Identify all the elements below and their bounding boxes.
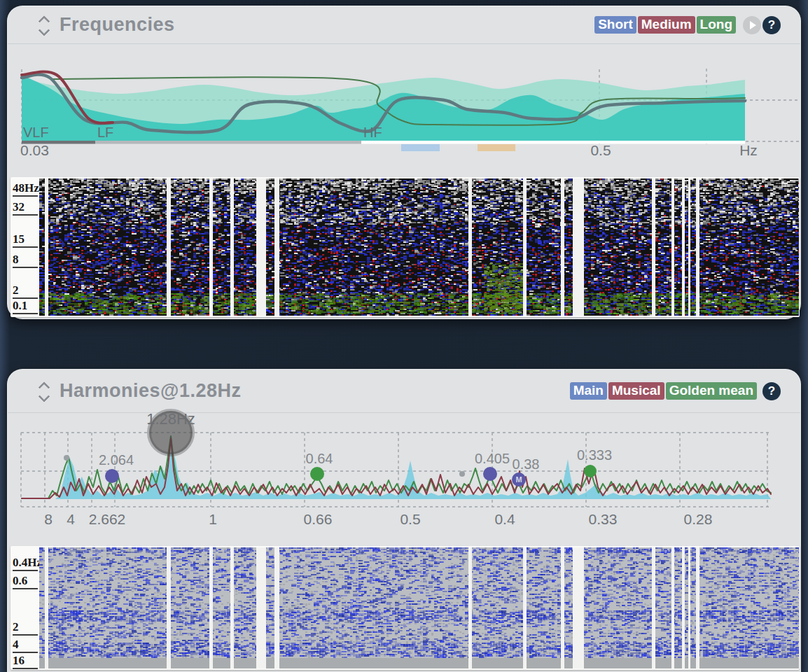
band-label: HF [363, 125, 382, 140]
play-icon [750, 21, 756, 29]
frequencies-header: Frequencies Short Medium Long ? [8, 6, 800, 44]
series-musical [22, 438, 771, 498]
x-tick-label: 0.33 [589, 511, 618, 527]
frequencies-panel: Frequencies Short Medium Long ? VLFLFHF0… [7, 6, 801, 319]
chevron-down-icon [39, 391, 50, 402]
x-tick-label: 2.662 [89, 511, 126, 527]
legend-badge-long[interactable]: Long [697, 16, 736, 34]
timeline-segment [361, 141, 745, 144]
spectro-axis-label: 2 [13, 620, 38, 636]
x-tick-label: 0.66 [304, 511, 333, 527]
frequencies-spectrogram: 48Hz 32 15 8 2 0.1 [11, 177, 800, 317]
peak-marker[interactable] [584, 465, 597, 477]
spectro-axis-label: 2 [13, 284, 38, 299]
x-tick-label: 0.28 [684, 511, 713, 527]
legend: Short Medium Long ? [593, 16, 781, 34]
frequencies-chart: VLFLFHF0.030.5Hz [8, 67, 802, 165]
x-tick-label: 0.4 [494, 511, 515, 527]
minor-peak-dot [64, 455, 69, 461]
peak-marker[interactable] [310, 467, 324, 481]
harmonies-spectrogram: 0.4Hz 0.6 2 4 16 [11, 546, 800, 670]
spectro-axis-label: 16 [13, 654, 38, 669]
peak-marker-letter: M [515, 475, 522, 484]
panel-title: Frequencies [60, 14, 175, 36]
peak-marker[interactable] [105, 469, 119, 483]
peak-label: 1.28Hz [146, 410, 195, 428]
harmonies-panel: Harmonies@1.28Hz Main Musical Golden mea… [7, 369, 801, 672]
timeline-segment [95, 141, 361, 144]
spectrogram-canvas [39, 178, 799, 316]
spectro-axis-label: 32 [13, 200, 38, 216]
peak-label: 2.064 [99, 452, 134, 468]
band-label: LF [97, 125, 113, 140]
minor-peak-dot [459, 471, 465, 477]
x-tick-label: Hz [739, 142, 758, 158]
spectro-axis-label: 15 [13, 232, 38, 248]
peak-label: 0.64 [306, 451, 333, 466]
collapse-icon[interactable] [40, 16, 48, 34]
peak-marker[interactable] [483, 467, 497, 481]
spectro-axis-label: 0.6 [13, 574, 38, 589]
legend-badge-golden-mean[interactable]: Golden mean [666, 382, 757, 400]
x-tick-label: 8 [44, 511, 53, 527]
x-tick-label: 0.5 [400, 511, 420, 527]
legend: Main Musical Golden mean ? [569, 382, 781, 400]
peak-label: 0.38 [513, 456, 540, 472]
harmonies-plot: 842.66210.660.50.40.330.281.28Hz2.0640.6… [8, 410, 802, 533]
legend-badge-musical[interactable]: Musical [608, 382, 664, 400]
spectro-axis-label: 8 [13, 253, 38, 268]
spectro-axis-label: 4 [13, 638, 38, 653]
x-tick-label: 0.5 [590, 142, 611, 158]
help-button[interactable]: ? [762, 16, 781, 34]
spectro-axis-label: 48Hz [13, 181, 38, 197]
timeline-marker[interactable] [478, 144, 515, 151]
play-button[interactable] [743, 16, 761, 34]
peak-label: 0.405 [475, 451, 510, 466]
legend-badge-medium[interactable]: Medium [638, 16, 695, 34]
spectro-axis-label: 0.4Hz [13, 556, 38, 571]
timeline-marker[interactable] [401, 144, 440, 151]
x-tick-label: 0.03 [20, 142, 49, 158]
help-button[interactable]: ? [762, 382, 781, 400]
chevron-down-icon [39, 24, 50, 36]
legend-badge-main[interactable]: Main [570, 382, 607, 400]
spectrogram-canvas [39, 547, 799, 668]
band-label: VLF [23, 125, 49, 140]
harmonies-chart: 842.66210.660.50.40.330.281.28Hz2.0640.6… [8, 410, 802, 533]
harmonies-header: Harmonies@1.28Hz Main Musical Golden mea… [8, 370, 800, 413]
legend-badge-short[interactable]: Short [594, 16, 636, 34]
x-tick-label: 1 [209, 511, 217, 527]
panel-title: Harmonies@1.28Hz [60, 380, 241, 402]
frequencies-plot: VLFLFHF0.030.5Hz [8, 67, 802, 165]
peak-label: 0.333 [577, 447, 612, 463]
spectro-axis-label: 0.1 [13, 299, 38, 314]
x-tick-label: 4 [67, 511, 75, 527]
collapse-icon[interactable] [40, 382, 48, 400]
